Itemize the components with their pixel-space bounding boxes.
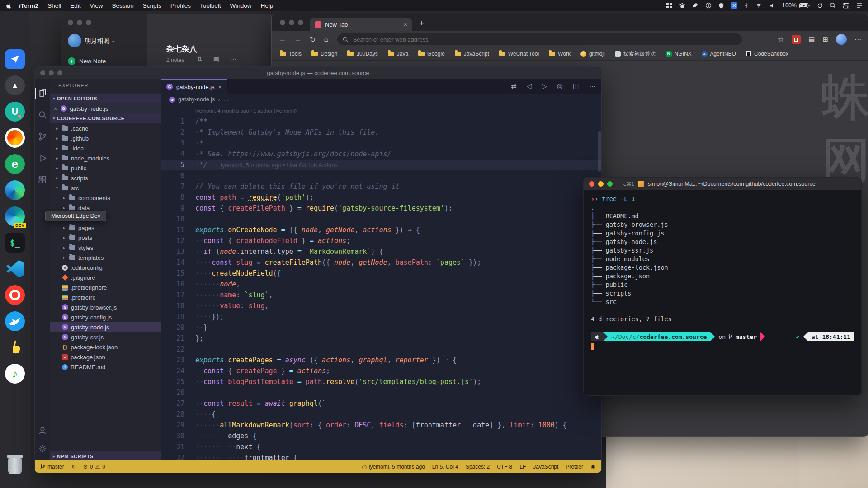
close-icon[interactable]: × [54, 105, 57, 112]
problems-indicator[interactable]: ⊘0 ⚠0 [83, 464, 105, 470]
tree-item[interactable]: ▸components [50, 193, 161, 203]
terminal-window-controls[interactable] [589, 181, 613, 187]
tree-item[interactable]: npackage.json [50, 352, 161, 362]
tree-item[interactable]: ▸public [50, 163, 161, 173]
tree-item[interactable]: ▸styles [50, 243, 161, 253]
forward-icon[interactable]: → [294, 35, 302, 44]
tree-item[interactable]: ▾src [50, 183, 161, 193]
spotlight-icon[interactable] [830, 2, 836, 9]
menu-item[interactable]: Shell [47, 2, 61, 9]
cursor-position[interactable]: Ln 5, Col 4 [432, 464, 458, 470]
language-mode[interactable]: JavaScript [533, 464, 558, 470]
menu-item[interactable]: Toolbelt [200, 2, 221, 9]
home-icon[interactable]: ⌂ [324, 35, 328, 44]
nav-back-icon[interactable]: ◁ [527, 82, 532, 90]
tree-item[interactable]: ▸templates [50, 253, 161, 263]
menu-item[interactable]: Window [230, 2, 251, 9]
tree-item[interactable]: ▸posts [50, 233, 161, 243]
open-editor-item[interactable]: × G gatsby-node.js [50, 103, 161, 113]
messaging-app-dock-icon[interactable] [5, 49, 25, 70]
info-icon[interactable] [705, 2, 712, 9]
code-editor[interactable]: lyemoml, 4 months ago | 1 author (lyemom… [161, 105, 602, 461]
hand-app-dock-icon[interactable] [5, 337, 25, 358]
workspace-name[interactable]: 明月相照▾ [85, 37, 114, 45]
editor-scrollbar[interactable] [598, 131, 601, 172]
debug-icon[interactable] [38, 154, 47, 163]
apple-menu-icon[interactable] [5, 2, 12, 9]
formatter-indicator[interactable]: Prettier [566, 464, 583, 470]
new-note-button[interactable]: + New Note [68, 57, 106, 65]
bookmark-item[interactable]: WeChat Tool [499, 51, 539, 57]
indent-setting[interactable]: Spaces: 2 [466, 464, 490, 470]
bookmark-item[interactable]: Tools [280, 51, 302, 57]
tree-item[interactable]: .gitignore [50, 272, 161, 282]
menu-list-icon[interactable] [856, 3, 863, 8]
bookmark-item[interactable]: Java [388, 51, 408, 57]
bookmark-item[interactable]: Work [549, 51, 571, 57]
editor-area[interactable]: G gatsby-node.js × ⇄◁▷◎◫⋯ G gatsby-node.… [161, 79, 602, 461]
tree-item[interactable]: {}package-lock.json [50, 342, 161, 352]
tree-item[interactable]: ▸scripts [50, 173, 161, 183]
encoding-setting[interactable]: UTF-8 [497, 464, 512, 470]
tree-item[interactable]: Ggatsby-node.js [50, 322, 161, 332]
favorites-bar-icon[interactable]: ▤ [808, 35, 815, 43]
bookmark-item[interactable]: Design [311, 51, 337, 57]
active-app-name[interactable]: iTerm2 [19, 2, 38, 9]
more-icon[interactable]: ⋯ [230, 56, 236, 63]
edge-app-dock-icon[interactable] [5, 180, 25, 201]
blue-x-icon[interactable] [731, 2, 737, 9]
extension-icon[interactable] [792, 35, 801, 44]
codelens-blame[interactable]: lyemoml, 4 months ago | 1 author (lyemom… [195, 105, 602, 116]
nav-forward-icon[interactable]: ▷ [542, 82, 547, 90]
sort-icon[interactable]: ⇅ [197, 56, 203, 63]
search-icon[interactable] [38, 110, 47, 119]
paw-icon[interactable] [679, 2, 685, 9]
extensions-icon[interactable] [38, 175, 47, 184]
more-actions-icon[interactable]: ⋯ [589, 82, 596, 90]
firefox-app-dock-icon[interactable] [5, 127, 25, 148]
terminal-content[interactable]: ›› tree -L 1 .├── README.md├── gatsby-br… [584, 190, 861, 396]
grid-view-icon[interactable]: ▤ [213, 56, 219, 63]
tree-item[interactable]: Ggatsby-ssr.js [50, 332, 161, 342]
settings-icon[interactable] [38, 444, 47, 453]
tree-item[interactable]: ▸node_modules [50, 153, 161, 163]
tree-item[interactable]: ▸.cache [50, 123, 161, 133]
open-editors-section[interactable]: ▾OPEN EDITORS [50, 94, 161, 103]
bookmark-item[interactable]: AAgentNEO [702, 51, 736, 57]
menu-item[interactable]: Help [260, 2, 273, 9]
utools-app-dock-icon[interactable]: U [5, 101, 25, 122]
bookmark-item[interactable]: NNGINX [666, 51, 692, 57]
tree-item[interactable]: ▸pages [50, 223, 161, 233]
split-editor-icon[interactable]: ◫ [573, 82, 579, 90]
tree-item[interactable]: ▸.github [50, 133, 161, 143]
menu-item[interactable]: Edit [70, 2, 80, 9]
back-icon[interactable]: ← [279, 35, 286, 44]
favorite-star-icon[interactable]: ☆ [778, 35, 784, 43]
browser-tab[interactable]: New Tab × [310, 18, 412, 31]
trash-dock-icon[interactable] [5, 455, 25, 476]
new-tab-button[interactable]: + [419, 19, 424, 28]
notifications-bell[interactable] [590, 464, 596, 470]
tree-item[interactable]: ▸.idea [50, 143, 161, 153]
menu-item[interactable]: Session [112, 2, 134, 9]
bookmark-item[interactable]: 探索初级算法 [615, 50, 656, 58]
avatar[interactable] [68, 34, 81, 47]
editor-tab[interactable]: G gatsby-node.js × [161, 79, 227, 94]
tree-item[interactable]: iREADME.md [50, 362, 161, 372]
tab-close-icon[interactable]: × [218, 84, 222, 90]
tree-item[interactable]: .prettierrc [50, 292, 161, 302]
reload-icon[interactable]: ↻ [310, 35, 316, 44]
volume-icon[interactable] [769, 3, 775, 9]
eol-setting[interactable]: LF [519, 464, 526, 470]
vscode-window-controls[interactable] [40, 70, 62, 75]
blame-indicator[interactable]: ◷lyemoml, 5 months ago [362, 464, 425, 470]
bookmark-item[interactable]: Google [418, 51, 445, 57]
tab-close-icon[interactable]: × [404, 21, 407, 28]
account-icon[interactable] [38, 426, 47, 435]
iterm-app-dock-icon[interactable]: $_ [5, 232, 25, 253]
more-menu-icon[interactable]: ⋯ [854, 35, 861, 43]
tree-item[interactable]: Ggatsby-config.js [50, 312, 161, 322]
music-app-dock-icon[interactable]: ♪ [5, 363, 25, 384]
source-control-icon[interactable] [38, 132, 47, 141]
rocket-app-dock-icon[interactable]: ▲ [5, 75, 25, 96]
